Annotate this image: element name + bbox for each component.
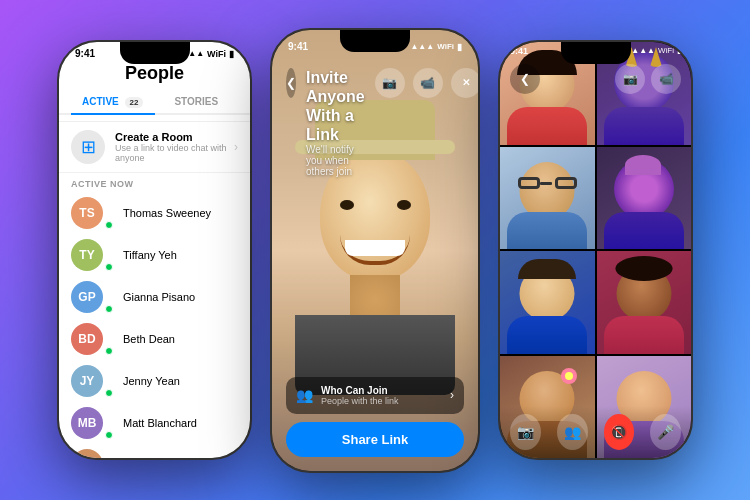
video-cell-4: [597, 147, 692, 250]
online-dot-5: [105, 431, 113, 439]
chevron-down-icon: ❮: [286, 76, 296, 90]
plus-icon: ⊞: [81, 136, 96, 158]
end-call-icon: 📵: [610, 424, 627, 440]
group-top-bar: ❮ 📷 📹: [500, 60, 691, 98]
avatar-wrap-3: BD: [71, 323, 113, 355]
who-join-title: Who Can Join: [321, 385, 450, 396]
phone-1-notch: [120, 42, 190, 64]
avatar-4: JY: [71, 365, 103, 397]
group-signal-icon: ▲▲▲: [631, 46, 655, 56]
messenger-header: People ACTIVE 22 STORIES: [59, 59, 250, 122]
avatar-wrap-6: RB: [71, 449, 113, 460]
avatar-0: TS: [71, 197, 103, 229]
avatar-wrap-1: TY: [71, 239, 113, 271]
contact-name-2: Gianna Pisano: [123, 291, 195, 303]
group-icon: 👥: [296, 387, 313, 403]
group-camera-button[interactable]: 📷: [615, 64, 645, 94]
time-2: 9:41: [288, 41, 308, 52]
phone-2-notch: [340, 30, 410, 52]
avatar-3: BD: [71, 323, 103, 355]
contact-name-6: Ron Besselin: [123, 459, 188, 460]
people-call-icon: 👥: [564, 424, 581, 440]
contact-row-2[interactable]: GP Gianna Pisano: [59, 276, 250, 318]
share-link-label: Share Link: [342, 432, 408, 447]
camera-button[interactable]: 📷: [375, 68, 405, 98]
contact-list: TS Thomas Sweeney TY Tiffany Yeh: [59, 192, 250, 460]
time-1: 9:41: [75, 48, 95, 59]
mic-icon: 🎤: [657, 424, 674, 440]
group-chevron-icon: ❮: [520, 72, 530, 86]
battery-icon-2: ▮: [457, 42, 462, 52]
contact-row-4[interactable]: JY Jenny Yean: [59, 360, 250, 402]
phone-1-screen: 9:41 ▲▲▲ WiFi ▮ People ACTIVE 22 STORIES: [59, 42, 250, 458]
avatar-wrap-4: JY: [71, 365, 113, 397]
video-button[interactable]: 📹: [413, 68, 443, 98]
create-room-row[interactable]: ⊞ Create a Room Use a link to video chat…: [59, 122, 250, 173]
camera-toggle-icon: 📷: [517, 424, 534, 440]
contact-name-0: Thomas Sweeney: [123, 207, 211, 219]
battery-icon: ▮: [229, 49, 234, 59]
contact-name-1: Tiffany Yeh: [123, 249, 177, 261]
video-overlay: 9:41 ▲▲▲ WiFi ▮ ❮ Invite Anyone With a L…: [272, 30, 478, 471]
group-video-button[interactable]: 📹: [651, 64, 681, 94]
video-bottom-controls: 👥 Who Can Join People with the link › Sh…: [272, 367, 478, 471]
contact-name-3: Beth Dean: [123, 333, 175, 345]
contact-row-6[interactable]: RB Ron Besselin: [59, 444, 250, 460]
video-top-icons: 📷 📹 ✕: [375, 68, 478, 98]
online-dot-0: [105, 221, 113, 229]
who-text: Who Can Join People with the link: [321, 385, 450, 406]
create-room-text: Create a Room Use a link to video chat w…: [115, 131, 234, 163]
group-chevron-button[interactable]: ❮: [510, 64, 540, 94]
video-icon: 📹: [420, 76, 435, 90]
signal-icon-2: ▲▲▲: [410, 42, 434, 51]
invite-title: Invite Anyone With a Link: [306, 68, 365, 145]
contact-name-5: Matt Blanchard: [123, 417, 197, 429]
close-icon: ✕: [462, 77, 470, 88]
avatar-wrap-5: MB: [71, 407, 113, 439]
online-dot-4: [105, 389, 113, 397]
share-link-button[interactable]: Share Link: [286, 422, 464, 457]
create-room-chevron: ›: [234, 140, 238, 154]
who-join-chevron: ›: [450, 388, 454, 402]
contact-name-4: Jenny Yean: [123, 375, 180, 387]
contact-row-1[interactable]: TY Tiffany Yeh: [59, 234, 250, 276]
close-button[interactable]: ✕: [451, 68, 478, 98]
avatar-wrap-2: GP: [71, 281, 113, 313]
section-label-active: ACTIVE NOW: [59, 173, 250, 192]
wifi-icon: WiFi: [207, 49, 226, 59]
group-time: 9:41: [510, 46, 528, 56]
phone-2-screen: 9:41 ▲▲▲ WiFi ▮ ❮ Invite Anyone With a L…: [272, 30, 478, 471]
camera-toggle-button[interactable]: 📷: [510, 414, 541, 450]
video-cell-5: [500, 251, 595, 354]
group-wifi-icon: WiFi: [658, 46, 674, 56]
people-button[interactable]: 👥: [557, 414, 588, 450]
wifi-icon-2: WiFi: [437, 42, 454, 51]
create-room-title: Create a Room: [115, 131, 234, 143]
create-room-icon: ⊞: [71, 130, 105, 164]
tab-active[interactable]: ACTIVE 22: [71, 90, 155, 115]
video-top-bar: ❮ Invite Anyone With a Link We'll notify…: [272, 58, 478, 188]
camera-icon: 📷: [382, 76, 397, 90]
video-cell-3: [500, 147, 595, 250]
status-icons-2: ▲▲▲ WiFi ▮: [410, 42, 462, 52]
avatar-5: MB: [71, 407, 103, 439]
active-badge: 22: [125, 97, 144, 108]
tab-stories[interactable]: STORIES: [155, 90, 239, 115]
avatar-wrap-0: TS: [71, 197, 113, 229]
contact-row-3[interactable]: BD Beth Dean: [59, 318, 250, 360]
tabs-row: ACTIVE 22 STORIES: [59, 90, 250, 115]
who-can-join-row[interactable]: 👥 Who Can Join People with the link ›: [286, 377, 464, 414]
create-room-sub: Use a link to video chat with anyone: [115, 143, 234, 163]
chevron-down-button[interactable]: ❮: [286, 68, 296, 98]
contact-row[interactable]: TS Thomas Sweeney: [59, 192, 250, 234]
contact-row-5[interactable]: MB Matt Blanchard: [59, 402, 250, 444]
end-call-button[interactable]: 📵: [604, 414, 635, 450]
group-camera-icon: 📷: [623, 72, 638, 86]
online-dot-3: [105, 347, 113, 355]
invite-subtitle: We'll notify you when others join: [306, 144, 365, 177]
avatar-6: RB: [71, 449, 103, 460]
who-join-subtitle: People with the link: [321, 396, 450, 406]
avatar-2: GP: [71, 281, 103, 313]
mute-button[interactable]: 🎤: [650, 414, 681, 450]
group-status-icons: ▲▲▲ WiFi ▮: [631, 46, 681, 56]
